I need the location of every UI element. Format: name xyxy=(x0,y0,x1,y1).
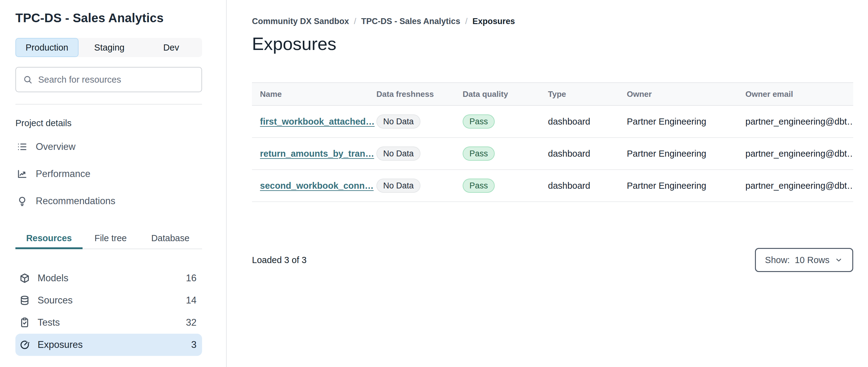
table-row: first_workbook_attached… No Data Pass da… xyxy=(252,106,853,138)
nav-item-overview[interactable]: Overview xyxy=(16,133,202,160)
table-row: return_amounts_by_tran… No Data Pass das… xyxy=(252,138,853,170)
breadcrumb-separator: / xyxy=(354,17,356,26)
sidebar-item-exposures[interactable]: Exposures 3 xyxy=(16,334,202,356)
owner-cell: Partner Engineering xyxy=(627,181,745,191)
sidebar-item-label: Models xyxy=(38,273,68,284)
owner-cell: Partner Engineering xyxy=(627,117,745,127)
breadcrumb: Community DX Sandbox / TPC-DS - Sales An… xyxy=(252,17,853,26)
sidebar-divider xyxy=(16,104,202,105)
exposure-name-link[interactable]: second_workbook_conn… xyxy=(260,181,374,191)
search-icon xyxy=(23,75,33,85)
chart-line-icon xyxy=(17,168,28,179)
resource-search[interactable] xyxy=(16,67,202,92)
clipboard-check-icon xyxy=(19,317,30,328)
table-row: second_workbook_conn… No Data Pass dashb… xyxy=(252,170,853,202)
resource-list: Models 16 Sources 14 Tests 32 Exposure xyxy=(16,267,202,367)
sidebar-item-sources[interactable]: Sources 14 xyxy=(16,289,202,311)
type-cell: dashboard xyxy=(548,149,627,159)
type-cell: dashboard xyxy=(548,181,627,191)
quality-badge: Pass xyxy=(463,146,495,161)
env-tab-staging[interactable]: Staging xyxy=(79,38,141,57)
column-header-name: Name xyxy=(260,89,376,99)
project-nav: Overview Performance Recommendations xyxy=(16,133,202,215)
sidebar-item-partial[interactable] xyxy=(16,362,202,367)
quality-badge: Pass xyxy=(463,114,495,129)
freshness-badge: No Data xyxy=(376,146,421,161)
lightbulb-icon xyxy=(17,196,28,207)
nav-item-label: Recommendations xyxy=(36,196,115,207)
env-tab-dev[interactable]: Dev xyxy=(140,38,202,57)
resource-count: 3 xyxy=(191,339,196,350)
table-footer: Loaded 3 of 3 Show: 10 Rows xyxy=(252,248,853,272)
sidebar-item-label: Sources xyxy=(38,295,73,306)
show-value: 10 Rows xyxy=(795,255,830,265)
breadcrumb-project[interactable]: TPC-DS - Sales Analytics xyxy=(361,17,461,26)
column-header-data-quality: Data quality xyxy=(463,89,548,99)
list-icon xyxy=(17,141,28,152)
sidebar-view-tabs: Resources File tree Database xyxy=(16,232,202,249)
gauge-icon xyxy=(19,339,30,350)
quality-badge: Pass xyxy=(463,178,495,193)
sidebar-item-models[interactable]: Models 16 xyxy=(16,267,202,289)
resource-count: 32 xyxy=(186,317,196,328)
type-cell: dashboard xyxy=(548,117,627,127)
breadcrumb-separator: / xyxy=(465,17,468,26)
exposures-table: Name Data freshness Data quality Type Ow… xyxy=(252,82,853,202)
sidebar: TPC-DS - Sales Analytics Production Stag… xyxy=(0,0,227,367)
database-icon xyxy=(19,295,30,306)
resource-count: 14 xyxy=(186,295,196,306)
page-title: Exposures xyxy=(252,33,853,55)
main-content: Community DX Sandbox / TPC-DS - Sales An… xyxy=(227,0,868,367)
breadcrumb-account[interactable]: Community DX Sandbox xyxy=(252,17,349,26)
env-tab-production[interactable]: Production xyxy=(16,38,79,57)
table-header-row: Name Data freshness Data quality Type Ow… xyxy=(252,82,853,106)
project-title: TPC-DS - Sales Analytics xyxy=(16,11,202,25)
column-header-data-freshness: Data freshness xyxy=(376,89,463,99)
resource-count: 16 xyxy=(186,273,196,284)
environment-tabs: Production Staging Dev xyxy=(16,38,202,57)
sidebar-item-label: Tests xyxy=(38,317,60,328)
nav-item-recommendations[interactable]: Recommendations xyxy=(16,188,202,215)
nav-item-performance[interactable]: Performance xyxy=(16,160,202,188)
rows-per-page-dropdown[interactable]: Show: 10 Rows xyxy=(755,248,853,272)
tab-file-tree[interactable]: File tree xyxy=(83,232,138,249)
search-input[interactable] xyxy=(38,75,195,85)
nav-item-label: Performance xyxy=(36,168,90,179)
column-header-type: Type xyxy=(548,89,627,99)
freshness-badge: No Data xyxy=(376,178,421,193)
exposure-name-link[interactable]: return_amounts_by_tran… xyxy=(260,149,374,159)
loaded-status: Loaded 3 of 3 xyxy=(252,255,307,265)
tab-database[interactable]: Database xyxy=(138,232,202,249)
exposure-name-link[interactable]: first_workbook_attached… xyxy=(260,117,375,126)
project-details-label: Project details xyxy=(16,118,202,128)
column-header-owner: Owner xyxy=(627,89,745,99)
breadcrumb-current: Exposures xyxy=(472,17,515,26)
nav-item-label: Overview xyxy=(36,141,75,152)
column-header-owner-email: Owner email xyxy=(745,89,853,99)
owner-cell: Partner Engineering xyxy=(627,149,745,159)
owner-email-cell: partner_engineering@dbt… xyxy=(745,117,853,127)
sidebar-item-tests[interactable]: Tests 32 xyxy=(16,311,202,334)
show-label: Show: xyxy=(765,255,790,265)
chevron-down-icon xyxy=(834,256,843,264)
owner-email-cell: partner_engineering@dbt… xyxy=(745,181,853,191)
tab-resources[interactable]: Resources xyxy=(16,232,83,249)
freshness-badge: No Data xyxy=(376,114,421,129)
cube-icon xyxy=(19,273,30,284)
sidebar-item-label: Exposures xyxy=(38,339,83,350)
owner-email-cell: partner_engineering@dbt… xyxy=(745,149,853,159)
